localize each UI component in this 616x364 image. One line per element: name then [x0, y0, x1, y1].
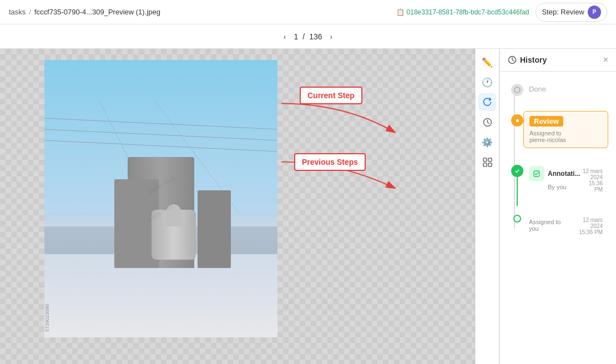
breadcrumb-sep: /: [29, 8, 31, 16]
assigned-card: Assigned to you 12 mars 2024 15:36 PM: [523, 210, 608, 240]
history-title: History: [508, 55, 547, 64]
svg-rect-9: [488, 158, 492, 161]
step-badge[interactable]: Step: Review P: [536, 3, 607, 22]
review-dot: [511, 114, 523, 127]
total-pages: 136: [309, 32, 322, 41]
svg-point-13: [514, 87, 520, 93]
refresh-button[interactable]: [478, 93, 496, 111]
image-label: 5739023090: [44, 304, 50, 332]
file-id: 📋 018e3317-8581-78fb-bdc7-bcd53c446fad: [396, 8, 529, 16]
grid-button[interactable]: [478, 153, 496, 171]
annotation-meta: By you: [529, 184, 580, 190]
history-header: History ×: [500, 49, 616, 72]
topbar-right: 📋 018e3317-8581-78fb-bdc7-bcd53c446fad S…: [396, 3, 607, 22]
svg-line-0: [44, 118, 277, 129]
assigned-date: 12 mars 2024 15:36 PM: [570, 217, 603, 235]
topbar: tasks / fcccf735-0790-4...309_Preview (1…: [0, 0, 616, 24]
svg-line-1: [44, 129, 277, 140]
history-close-button[interactable]: ×: [603, 55, 608, 64]
svg-line-2: [44, 140, 277, 151]
svg-rect-8: [483, 158, 487, 161]
timeline-item-assigned: Assigned to you 12 mars 2024 15:36 PM: [523, 210, 608, 240]
navbar: ‹ 1 / 136 ›: [0, 24, 616, 49]
settings-button[interactable]: ⚙️: [478, 133, 496, 151]
done-dot: [511, 84, 523, 96]
toolbar: ✏️ 🕐 ⚙️: [475, 49, 499, 364]
breadcrumb-filename: fcccf735-0790-4...309_Preview (1).jpeg: [34, 8, 160, 16]
history-panel: History × Done: [499, 49, 616, 364]
timeline-item-done: Done: [523, 80, 608, 98]
breadcrumb: tasks / fcccf735-0790-4...309_Preview (1…: [9, 8, 160, 16]
step-label: Step: Review: [542, 8, 584, 16]
next-page-button[interactable]: ›: [327, 31, 336, 42]
svg-line-4: [155, 102, 239, 213]
current-page: 1: [294, 32, 298, 41]
history-icon: [508, 55, 517, 64]
image-container: 5739023090 Adobe Stock Adobe Stock: [44, 60, 277, 337]
prev-page-button[interactable]: ‹: [280, 31, 290, 42]
image-panel: 5739023090 Adobe Stock Adobe Stock: [0, 49, 475, 364]
assigned-meta: Assigned to you: [529, 219, 570, 232]
done-card: Done: [523, 80, 608, 98]
clock-button[interactable]: [478, 113, 496, 131]
history-button[interactable]: 🕐: [478, 73, 496, 91]
timeline-item-annotation: Annotati... By you 12 mars 2024 15:36 PM: [523, 161, 608, 197]
pagination: ‹ 1 / 136 ›: [280, 31, 336, 42]
current-step-callout: Current Step: [300, 87, 362, 104]
svg-point-15: [516, 119, 519, 122]
edit-button[interactable]: ✏️: [478, 53, 496, 71]
copy-icon: 📋: [396, 8, 405, 16]
review-step-name: Review: [529, 116, 563, 127]
review-card: Review Assigned to pierre-nicolas: [523, 111, 608, 148]
annotation-info: Annotati... By you: [529, 166, 580, 190]
annotation-date: 12 mars 2024 15:36 PM: [580, 168, 603, 193]
review-meta: Assigned to pierre-nicolas: [529, 130, 602, 143]
main: 5739023090 Adobe Stock Adobe Stock: [0, 49, 616, 364]
timeline-item-review: Review Assigned to pierre-nicolas: [523, 111, 608, 148]
avatar: P: [588, 6, 601, 19]
page-separator: /: [302, 32, 305, 41]
timeline: Done Review Assigned to: [508, 80, 608, 240]
done-label: Done: [529, 85, 603, 93]
svg-rect-11: [488, 163, 492, 166]
svg-point-16: [514, 168, 521, 174]
annotation-icon: [529, 166, 544, 181]
green-line: [517, 175, 518, 206]
history-content: Done Review Assigned to: [500, 72, 616, 364]
svg-line-3: [100, 102, 155, 213]
main-image: 5739023090 Adobe Stock Adobe Stock: [44, 60, 277, 337]
annotation-name-row: Annotati...: [529, 166, 580, 181]
breadcrumb-tasks[interactable]: tasks: [9, 8, 26, 16]
assigned-dot: [513, 215, 521, 223]
svg-rect-10: [483, 163, 487, 166]
previous-steps-callout: Previous Steps: [294, 153, 366, 171]
annotation-card: Annotati... By you 12 mars 2024 15:36 PM: [523, 161, 608, 197]
